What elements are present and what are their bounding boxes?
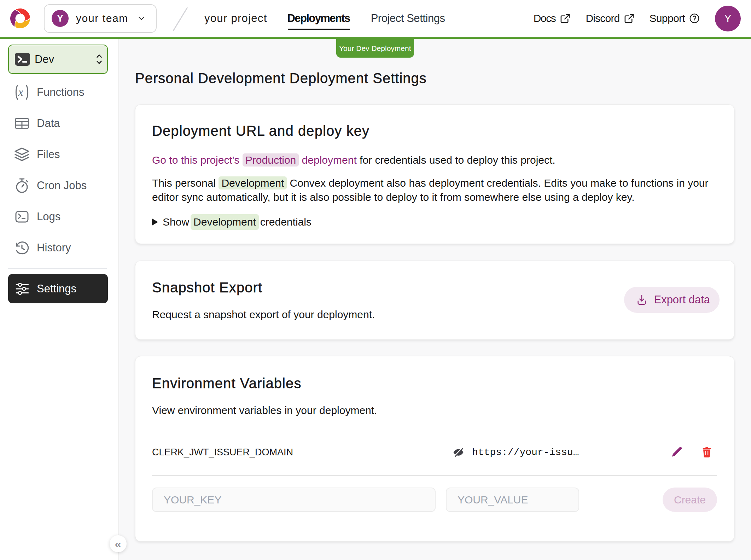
svg-text:x: x	[18, 86, 23, 98]
